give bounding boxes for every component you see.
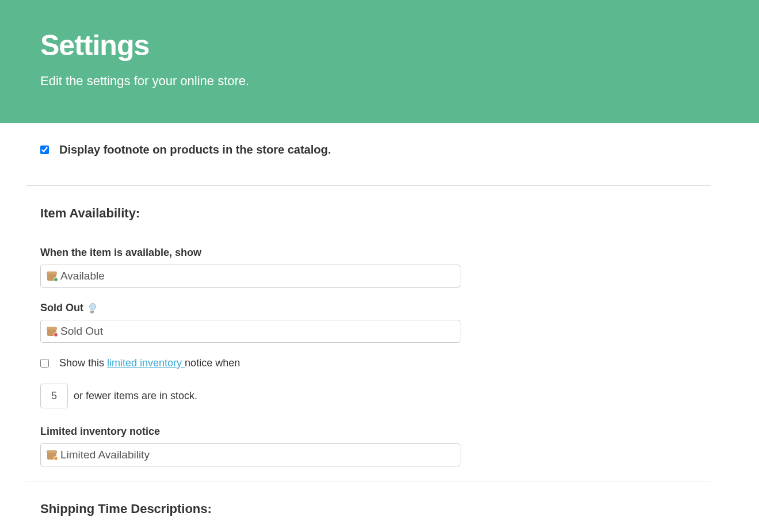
settings-content: Display footnote on products in the stor… <box>0 123 737 532</box>
lightbulb-icon[interactable] <box>88 303 96 313</box>
threshold-row: or fewer items are in stock. <box>40 384 696 408</box>
available-label: When the item is available, show <box>40 247 696 259</box>
page-subtitle: Edit the settings for your online store. <box>40 74 719 89</box>
page-title: Settings <box>40 29 719 62</box>
shipping-title: Shipping Time Descriptions: <box>40 502 696 516</box>
soldout-input-wrapper[interactable] <box>40 320 460 343</box>
limited-notice-label: Limited inventory notice <box>40 426 696 438</box>
soldout-input[interactable] <box>60 325 454 338</box>
soldout-label-row: Sold Out <box>40 302 696 314</box>
section-divider <box>26 185 711 186</box>
item-availability-title: Item Availability: <box>40 206 696 221</box>
footnote-checkbox[interactable] <box>40 146 49 154</box>
footnote-row: Display footnote on products in the stor… <box>40 143 696 162</box>
limited-inventory-checkbox[interactable] <box>40 359 49 368</box>
threshold-input[interactable] <box>40 384 68 408</box>
limited-notice-input-wrapper[interactable] <box>40 443 460 466</box>
box-limited-icon <box>47 450 57 460</box>
limited-notice-input[interactable] <box>60 449 454 461</box>
soldout-label: Sold Out <box>40 302 83 314</box>
available-input[interactable] <box>60 270 454 282</box>
limited-inventory-link[interactable]: limited inventory <box>107 357 185 369</box>
page-header: Settings Edit the settings for your onli… <box>0 0 759 123</box>
limited-inventory-text: Show this limited inventory notice when <box>59 357 240 369</box>
available-field-group: When the item is available, show <box>40 247 696 288</box>
box-available-icon <box>47 271 57 281</box>
section-divider-2 <box>26 481 711 481</box>
available-input-wrapper[interactable] <box>40 265 460 288</box>
threshold-suffix: or fewer items are in stock. <box>74 390 197 402</box>
box-soldout-icon <box>47 327 57 336</box>
soldout-field-group: Sold Out <box>40 302 696 343</box>
limited-notice-field-group: Limited inventory notice <box>40 426 696 466</box>
limited-prefix: Show this <box>59 357 107 369</box>
footnote-label: Display footnote on products in the stor… <box>59 143 331 156</box>
limited-suffix: notice when <box>185 357 240 369</box>
limited-inventory-row: Show this limited inventory notice when <box>40 357 696 369</box>
